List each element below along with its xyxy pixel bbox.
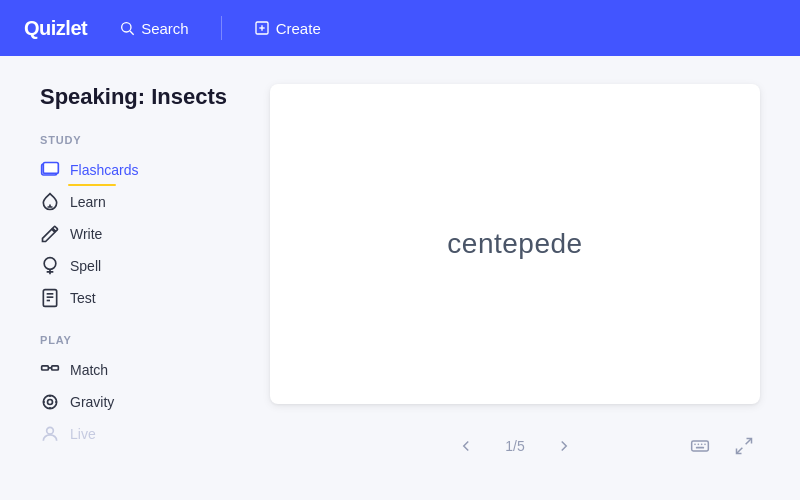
fullscreen-button[interactable] [728, 430, 760, 462]
content-area: centepede 1/5 [260, 56, 800, 500]
next-card-button[interactable] [546, 428, 582, 464]
sidebar-item-test[interactable]: Test [40, 282, 236, 314]
card-navigation: 1/5 [270, 420, 760, 472]
study-nav: Flashcards Learn Write [40, 154, 236, 314]
card-tools [684, 430, 760, 462]
header-divider [221, 16, 222, 40]
test-icon [40, 288, 60, 308]
search-button[interactable]: Search [119, 20, 189, 37]
sidebar-item-spell[interactable]: Spell [40, 250, 236, 282]
live-icon [40, 424, 60, 444]
arrow-right-icon [555, 437, 573, 455]
live-label: Live [70, 426, 96, 442]
svg-line-1 [130, 31, 134, 35]
page-title: Speaking: Insects [40, 84, 236, 110]
spell-label: Spell [70, 258, 101, 274]
app-header: Quizlet Search Create [0, 0, 800, 56]
svg-line-24 [737, 448, 743, 454]
card-nav-center: 1/5 [448, 428, 582, 464]
sidebar-item-live[interactable]: Live [40, 418, 236, 450]
svg-rect-17 [692, 441, 709, 451]
flashcards-label: Flashcards [70, 162, 138, 178]
svg-rect-6 [43, 163, 58, 174]
sidebar: Speaking: Insects STUDY Flashcards Learn [0, 56, 260, 500]
card-counter: 1/5 [500, 438, 530, 454]
main-content: Speaking: Insects STUDY Flashcards Learn [0, 56, 800, 500]
svg-point-14 [43, 395, 56, 408]
create-icon [254, 20, 270, 36]
sidebar-item-write[interactable]: Write [40, 218, 236, 250]
logo: Quizlet [24, 17, 87, 40]
svg-point-15 [48, 400, 53, 405]
keyboard-button[interactable] [684, 430, 716, 462]
search-icon [119, 20, 135, 36]
svg-rect-11 [42, 366, 49, 370]
svg-point-16 [47, 427, 54, 434]
search-label: Search [141, 20, 189, 37]
arrow-left-icon [457, 437, 475, 455]
svg-point-0 [122, 23, 131, 32]
match-label: Match [70, 362, 108, 378]
create-button[interactable]: Create [254, 20, 321, 37]
sidebar-item-gravity[interactable]: Gravity [40, 386, 236, 418]
sidebar-item-learn[interactable]: Learn [40, 186, 236, 218]
sidebar-item-match[interactable]: Match [40, 354, 236, 386]
match-icon [40, 360, 60, 380]
svg-line-23 [746, 439, 752, 445]
flashcard[interactable]: centepede [270, 84, 760, 404]
gravity-label: Gravity [70, 394, 114, 410]
sidebar-item-flashcards[interactable]: Flashcards [40, 154, 236, 186]
fullscreen-icon [734, 436, 754, 456]
keyboard-icon [690, 436, 710, 456]
play-section-label: Play [40, 334, 236, 346]
gravity-icon [40, 392, 60, 412]
write-icon [40, 224, 60, 244]
flashcards-icon [40, 160, 60, 180]
flashcard-word: centepede [447, 228, 582, 260]
svg-rect-12 [52, 366, 59, 370]
write-label: Write [70, 226, 102, 242]
spell-icon [40, 256, 60, 276]
prev-card-button[interactable] [448, 428, 484, 464]
create-label: Create [276, 20, 321, 37]
play-nav: Match Gravity Live [40, 354, 236, 450]
study-section-label: STUDY [40, 134, 236, 146]
test-label: Test [70, 290, 96, 306]
learn-icon [40, 192, 60, 212]
learn-label: Learn [70, 194, 106, 210]
